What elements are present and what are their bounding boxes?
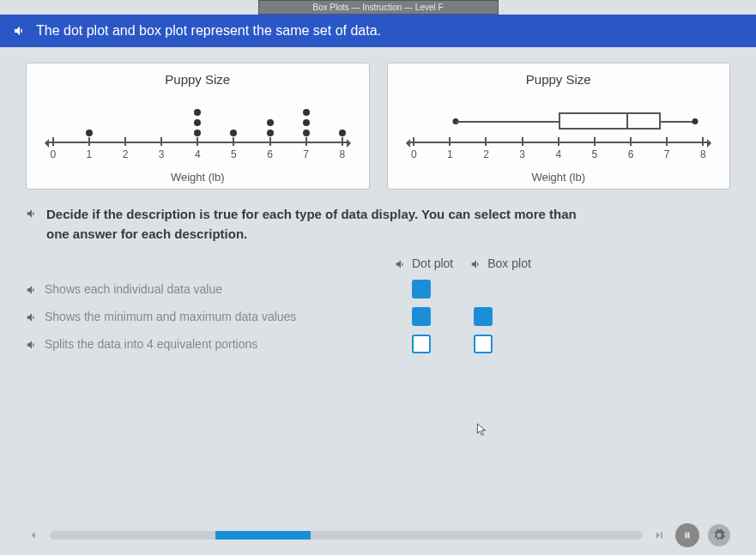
progress-bar[interactable]	[50, 531, 643, 540]
data-dot	[194, 119, 201, 126]
whisker-line	[661, 121, 695, 123]
gear-icon[interactable]	[708, 524, 730, 546]
audio-icon[interactable]	[470, 257, 484, 271]
progress-fill	[215, 531, 311, 540]
data-dot	[194, 109, 201, 116]
answer-row-3: Splits the data into 4 equivalent portio…	[26, 335, 730, 353]
box-plot-title: Puppy Size	[398, 72, 720, 87]
column-dot-label: Dot plot	[412, 256, 453, 270]
tick-label: 4	[195, 148, 201, 160]
data-dot	[339, 130, 346, 136]
tick-label: 5	[592, 148, 598, 160]
tick-label: 3	[159, 148, 165, 160]
breadcrumb: Box Plots — Instruction — Level F	[258, 0, 499, 15]
pause-button[interactable]	[675, 523, 699, 547]
tick-label: 2	[483, 148, 489, 160]
data-dot	[194, 130, 201, 136]
question-line2: one answer for each description.	[46, 225, 577, 244]
instruction-text: The dot plot and box plot represent the …	[36, 23, 381, 39]
data-dot	[303, 119, 310, 126]
row-label-2: Shows the minimum and maximum data value…	[45, 310, 296, 323]
audio-icon[interactable]	[395, 257, 408, 271]
column-header-box: Box plot	[470, 256, 531, 271]
checkbox-r2-box[interactable]	[474, 307, 493, 326]
box-plot-card: Puppy Size 0 1 2 3 4 5 6 7 8 Weight (lb)	[387, 63, 731, 190]
checkbox-r1-dot[interactable]	[412, 280, 431, 299]
tick-label: 7	[303, 148, 309, 160]
median-line	[626, 112, 628, 130]
box-plot-area: 0 1 2 3 4 5 6 7 8	[398, 92, 720, 169]
tick-label: 4	[555, 148, 561, 160]
dot-axis-label: Weight (lb)	[37, 171, 359, 184]
tick-label: 6	[267, 148, 273, 160]
tick-label: 2	[123, 148, 129, 160]
checkbox-r3-dot[interactable]	[412, 335, 431, 353]
tick-label: 1	[447, 148, 453, 160]
tick-label: 5	[231, 148, 237, 160]
dot-plot-card: Puppy Size 0 1 2 3 4 5 6 7 8 Weigh	[26, 63, 370, 190]
column-header-dot: Dot plot	[395, 256, 453, 271]
tick-label: 0	[411, 148, 417, 160]
instruction-header: The dot plot and box plot represent the …	[0, 15, 756, 47]
audio-icon[interactable]	[26, 283, 39, 297]
answer-row-2: Shows the minimum and maximum data value…	[26, 307, 730, 326]
tick-label: 1	[87, 148, 93, 160]
tick-label: 8	[700, 148, 706, 160]
whisker-max	[692, 118, 699, 124]
audio-icon[interactable]	[12, 23, 27, 39]
data-dot	[303, 109, 310, 116]
dot-plot-area: 0 1 2 3 4 5 6 7 8	[37, 92, 359, 169]
question-line1: Decide if the description is true for ea…	[46, 205, 577, 225]
box-rect	[559, 112, 662, 130]
tick-label: 6	[628, 148, 634, 160]
bottom-bar	[0, 522, 756, 548]
dot-plot-title: Puppy Size	[37, 72, 359, 87]
tick-label: 7	[664, 148, 670, 160]
next-icon[interactable]	[651, 528, 667, 543]
data-dot	[230, 130, 237, 136]
whisker-line	[456, 121, 559, 123]
row-label-3: Splits the data into 4 equivalent portio…	[45, 337, 257, 351]
box-axis-label: Weight (lb)	[398, 171, 720, 184]
column-box-label: Box plot	[487, 256, 531, 270]
row-label-1: Shows each individual data value	[45, 282, 222, 296]
prev-icon[interactable]	[26, 528, 41, 543]
data-dot	[267, 130, 274, 136]
checkbox-r3-box[interactable]	[474, 335, 493, 353]
tick-label: 3	[519, 148, 525, 160]
tick-label: 0	[50, 148, 56, 160]
audio-icon[interactable]	[26, 207, 39, 220]
checkbox-r2-dot[interactable]	[412, 307, 431, 326]
data-dot	[267, 119, 274, 126]
audio-icon[interactable]	[26, 311, 39, 324]
audio-icon[interactable]	[26, 338, 39, 352]
answer-row-1: Shows each individual data value	[26, 280, 730, 299]
tick-label: 8	[339, 148, 345, 160]
data-dot	[86, 130, 93, 136]
data-dot	[303, 130, 310, 136]
cursor-icon	[476, 422, 488, 437]
